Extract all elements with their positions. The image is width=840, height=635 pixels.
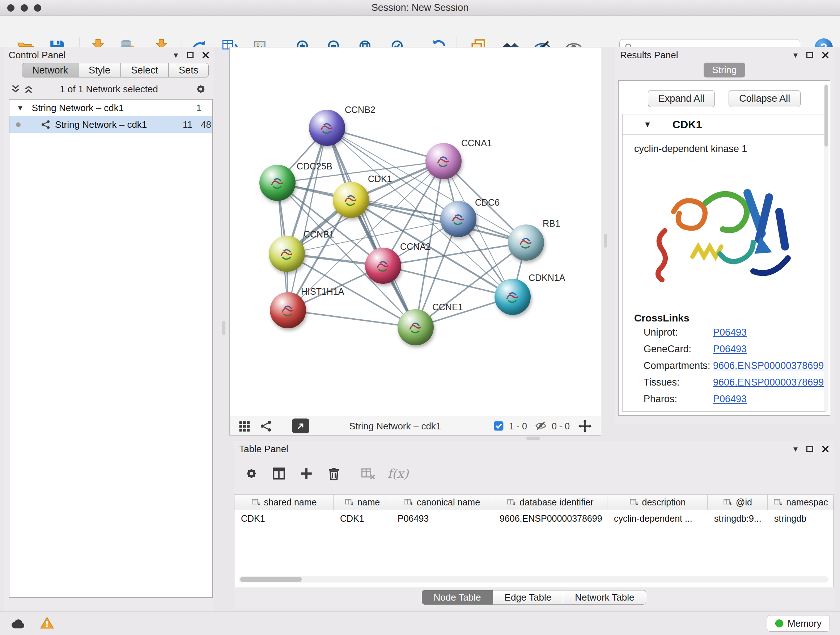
table-panel-header: Table Panel ▾ (234, 441, 834, 457)
network-node-HIST1H1A[interactable] (270, 292, 306, 328)
splitter-handle[interactable] (604, 234, 607, 248)
collapse-panel-icon[interactable]: ▾ (793, 51, 798, 59)
network-overview-icon[interactable] (259, 420, 272, 432)
protein-thumbnail-icon (514, 232, 538, 253)
close-panel-icon[interactable] (202, 52, 209, 59)
column-header-name[interactable]: name (333, 495, 391, 510)
export-arrow-icon (295, 421, 306, 431)
column-header-id[interactable]: @id (707, 495, 767, 510)
network-collection-row[interactable]: ▼ String Network – cdk1 1 (9, 100, 212, 116)
expand-all-button[interactable]: Expand All (648, 90, 715, 107)
protein-description: cyclin-dependent kinase 1 (634, 143, 826, 155)
column-type-icon (507, 498, 516, 507)
network-view-title: String Network – cdk1 (349, 421, 441, 432)
delete-column-icon[interactable] (326, 466, 342, 481)
network-node-CDC25B[interactable] (259, 165, 295, 201)
cloud-status-icon[interactable] (10, 617, 27, 630)
float-panel-icon[interactable] (806, 52, 813, 58)
column-label: shared name (264, 497, 317, 508)
tab-edge-table[interactable]: Edge Table (493, 590, 564, 605)
protein-thumbnail-icon (275, 243, 298, 264)
splitter-handle[interactable] (526, 437, 540, 440)
cell-shared-name: CDK1 (234, 510, 333, 527)
close-panel-icon[interactable] (822, 446, 829, 453)
tab-network-table[interactable]: Network Table (563, 590, 646, 605)
selected-checkbox-icon[interactable] (493, 420, 504, 432)
network-node-CCNB1[interactable] (269, 236, 305, 272)
tab-style-label: Style (88, 65, 111, 76)
column-type-icon (773, 498, 783, 507)
function-builder-icon: f(x) (387, 466, 409, 481)
network-node-CDKN1A[interactable] (494, 279, 531, 315)
close-panel-icon[interactable] (822, 52, 829, 59)
column-type-icon (344, 498, 354, 507)
minimize-window-button[interactable] (21, 4, 28, 11)
expand-collection-icon[interactable]: ▼ (17, 104, 24, 112)
column-header-namespace[interactable]: namespac (767, 495, 834, 510)
warning-icon[interactable] (39, 616, 55, 630)
export-network-button[interactable] (292, 418, 309, 433)
tab-node-table[interactable]: Node Table (422, 590, 493, 605)
crosslink-row: Pharos: P06493 (644, 391, 826, 407)
show-columns-icon[interactable] (271, 466, 287, 481)
network-node-CCNE1[interactable] (398, 309, 434, 345)
table-scrollbar-thumb[interactable] (240, 577, 302, 582)
crosslink-compartments[interactable]: 9606.ENSP00000378699 (713, 360, 824, 371)
network-options-button[interactable] (194, 82, 208, 97)
table-horizontal-scrollbar[interactable] (239, 576, 829, 583)
current-network-indicator (16, 122, 21, 127)
collapse-panel-icon[interactable]: ▾ (793, 445, 798, 453)
protein-section-header[interactable]: ▼ CDK1 (622, 114, 826, 135)
window-title: Session: New Session (0, 2, 840, 13)
network-node-RB1[interactable] (508, 225, 544, 261)
hidden-eye-icon[interactable] (534, 420, 547, 432)
delete-table-icon-disabled (360, 466, 376, 481)
crosslink-row: GeneCard: P06493 (644, 340, 826, 357)
network-node-CCNA2[interactable] (365, 248, 401, 284)
node-label-CCNB2: CCNB2 (345, 105, 376, 115)
column-header-description[interactable]: description (607, 495, 707, 510)
create-column-icon[interactable] (298, 466, 314, 481)
tab-select[interactable]: Select (120, 63, 169, 78)
network-node-CDK1[interactable] (333, 182, 369, 218)
close-window-button[interactable] (7, 4, 14, 11)
column-header-canonical-name[interactable]: canonical name (391, 495, 493, 510)
results-scrollbar-thumb[interactable] (824, 85, 828, 147)
column-label: canonical name (417, 497, 480, 508)
crosslink-genecard[interactable]: P06493 (713, 344, 747, 355)
column-header-shared-name[interactable]: shared name (234, 495, 333, 510)
pan-icon[interactable] (578, 419, 592, 433)
crosslink-uniprot[interactable]: P06493 (713, 327, 747, 338)
crosslink-row: Tissues: 9606.ENSP00000378699 (644, 374, 826, 391)
node-label-CDC6: CDC6 (475, 197, 500, 208)
column-label: description (642, 497, 686, 508)
collapse-section-icon[interactable]: ▼ (644, 120, 652, 129)
network-node-CDC6[interactable] (440, 201, 477, 237)
crosslink-pharos[interactable]: P06493 (713, 394, 747, 405)
tab-style[interactable]: Style (78, 63, 121, 78)
network-node-CCNA1[interactable] (425, 143, 462, 179)
network-node-CCNB2[interactable] (309, 110, 345, 146)
collapse-panel-icon[interactable]: ▾ (174, 51, 178, 59)
network-row-selected[interactable]: String Network – cdk1 11 48 (9, 116, 212, 133)
node-label-CCNA2: CCNA2 (400, 241, 431, 252)
collapse-all-networks-icon[interactable] (9, 83, 22, 95)
crosslink-tissues[interactable]: 9606.ENSP00000378699 (713, 377, 824, 388)
memory-button[interactable]: Memory (767, 615, 830, 632)
node-label-CDC25B: CDC25B (297, 161, 332, 172)
column-header-database-identifier[interactable]: database identifier (493, 495, 607, 510)
expand-all-networks-icon[interactable] (22, 83, 35, 95)
results-scrollbar[interactable] (824, 84, 829, 412)
collapse-all-button[interactable]: Collapse All (729, 90, 801, 107)
grid-view-icon[interactable] (238, 420, 251, 432)
splitter-handle[interactable] (222, 321, 225, 335)
float-panel-icon[interactable] (806, 446, 813, 452)
float-panel-icon[interactable] (187, 52, 194, 58)
maximize-window-button[interactable] (34, 4, 41, 11)
tab-sets[interactable]: Sets (168, 63, 209, 78)
tab-string[interactable]: String (704, 63, 745, 78)
table-row[interactable]: CDK1 CDK1 P06493 9606.ENSP00000378699 cy… (234, 510, 834, 527)
table-options-gear-icon[interactable] (243, 466, 259, 481)
crosslink-label: Compartments: (644, 360, 713, 371)
tab-network[interactable]: Network (22, 63, 79, 78)
